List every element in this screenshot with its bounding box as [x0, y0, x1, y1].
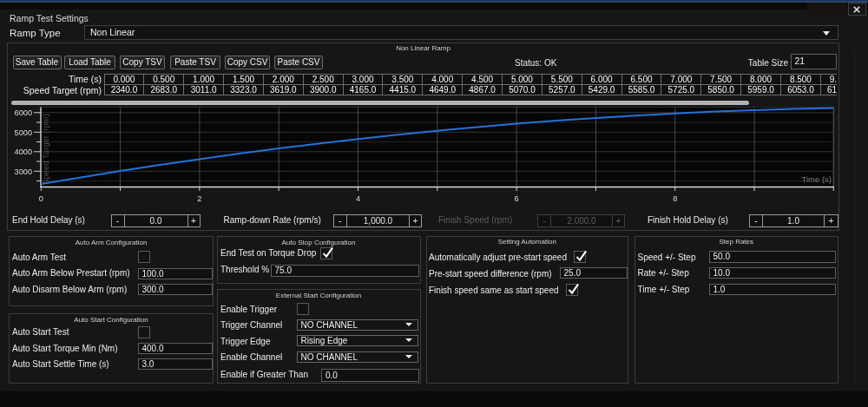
svg-text:Speed Target (rpm): Speed Target (rpm) [41, 114, 50, 185]
svg-text:0: 0 [39, 194, 43, 203]
svg-text:8: 8 [673, 194, 677, 203]
svg-text:4000: 4000 [15, 148, 32, 156]
svg-text:4: 4 [356, 194, 360, 203]
svg-text:6: 6 [515, 194, 519, 203]
svg-text:Time (s): Time (s) [802, 174, 832, 184]
svg-text:5000: 5000 [15, 128, 32, 137]
svg-text:2: 2 [197, 194, 201, 203]
svg-text:3000: 3000 [15, 167, 32, 176]
svg-text:6000: 6000 [15, 108, 32, 117]
